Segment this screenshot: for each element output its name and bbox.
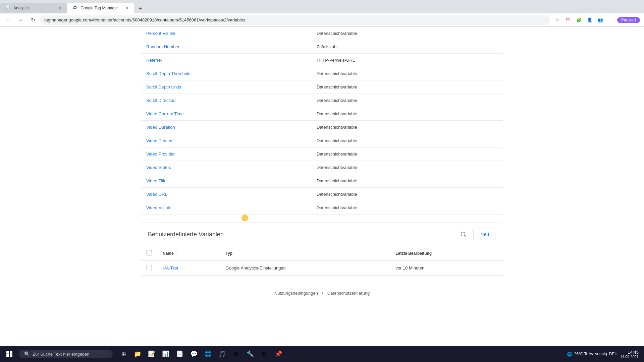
- var-empty: [470, 94, 503, 107]
- profile-icon-2[interactable]: 👥: [596, 15, 605, 25]
- address-text: tagmanager.google.com/#container/account…: [44, 17, 546, 22]
- var-empty: [470, 40, 503, 54]
- new-variable-button[interactable]: Neu: [473, 229, 496, 240]
- table-row: Scroll Depth Units Datenschichtvariable: [141, 80, 503, 94]
- var-empty: [470, 27, 503, 40]
- tab-gtm[interactable]: 🏷 Google Tag Manager ✕: [67, 3, 134, 13]
- table-row: Percent Visible Datenschichtvariable: [141, 27, 503, 40]
- taskbar-app-spotify[interactable]: 🎵: [215, 347, 229, 361]
- var-empty: [470, 54, 503, 67]
- taskbar-app-misc3[interactable]: 📌: [272, 347, 285, 361]
- profile-icon-1[interactable]: 👤: [585, 15, 594, 25]
- analytics-favicon: 📊: [5, 5, 11, 11]
- type-column-header: Typ: [220, 246, 390, 261]
- var-empty: [470, 161, 503, 174]
- var-name-link[interactable]: Random Number: [146, 44, 179, 49]
- svg-line-1: [465, 235, 466, 236]
- var-name-link[interactable]: Video Duration: [146, 125, 175, 130]
- var-type: HTTP-Verweis-URL: [311, 54, 470, 67]
- var-type: Datenschichtvariable: [311, 67, 470, 80]
- network-icon: 🌐: [567, 352, 572, 357]
- start-button[interactable]: [3, 347, 16, 361]
- var-name-link[interactable]: Video Visible: [146, 205, 171, 210]
- table-row: Video Percent Datenschichtvariable: [141, 134, 503, 147]
- taskbar-app-excel[interactable]: 📊: [159, 347, 172, 361]
- new-tab-button[interactable]: +: [136, 4, 145, 13]
- row-checkbox[interactable]: [147, 265, 152, 270]
- taskbar-date: 14.09.2021: [620, 355, 639, 359]
- forward-button[interactable]: →: [16, 15, 25, 25]
- taskbar-clock[interactable]: 14:45 14.09.2021: [620, 350, 639, 359]
- taskbar-app-misc2[interactable]: 🛠: [258, 347, 271, 361]
- var-name-link[interactable]: Percent Visible: [146, 31, 175, 36]
- var-type: Zufallszahl: [311, 40, 470, 54]
- var-type: Datenschichtvariable: [311, 121, 470, 134]
- table-row: Video Duration Datenschichtvariable: [141, 121, 503, 134]
- table-row: Video URL Datenschichtvariable: [141, 188, 503, 201]
- taskbar-app-word[interactable]: 📝: [145, 347, 158, 361]
- svg-point-0: [461, 232, 465, 236]
- name-column-header[interactable]: Name ↑: [157, 246, 220, 261]
- var-empty: [470, 201, 503, 215]
- weather-text: 26°C Teilw. sonnig: [574, 352, 607, 356]
- address-bar[interactable]: tagmanager.google.com/#container/account…: [40, 15, 550, 25]
- tab-gtm-close[interactable]: ✕: [125, 5, 129, 11]
- tab-gtm-title: Google Tag Manager: [80, 6, 122, 10]
- svg-rect-2: [6, 351, 9, 354]
- menu-icon[interactable]: ⋮: [606, 15, 616, 25]
- taskbar-search-icon: 🔍: [24, 351, 30, 357]
- svg-rect-4: [6, 354, 9, 357]
- shield-icon[interactable]: 🛡: [564, 15, 573, 25]
- taskbar-app-ppt[interactable]: 📑: [173, 347, 186, 361]
- privacy-link[interactable]: Datenschutzerklärung: [327, 291, 370, 296]
- table-row: Video Title Datenschichtvariable: [141, 174, 503, 188]
- custom-variables-section: Benutzerdefinierte Variablen Neu: [141, 223, 503, 276]
- var-empty: [470, 67, 503, 80]
- svg-rect-5: [10, 354, 12, 357]
- var-name-link[interactable]: Scroll Depth Units: [146, 84, 181, 89]
- var-type: Datenschichtvariable: [311, 27, 470, 40]
- table-row: UA-Test Google Analytics-Einstellungen v…: [141, 261, 503, 276]
- var-type: Datenschichtvariable: [311, 174, 470, 188]
- table-row: Scroll Depth Threshold Datenschichtvaria…: [141, 67, 503, 80]
- back-button[interactable]: ←: [4, 15, 13, 25]
- reload-button[interactable]: ↻: [28, 15, 38, 25]
- taskbar-app-settings[interactable]: ⚙: [229, 347, 243, 361]
- custom-section-title: Benutzerdefinierte Variablen: [148, 231, 457, 238]
- table-row: Random Number Zufallszahl: [141, 40, 503, 54]
- var-name-link[interactable]: Video Title: [146, 178, 166, 183]
- taskbar-app-explorer[interactable]: 📁: [131, 347, 144, 361]
- taskbar-app-chrome[interactable]: 🌐: [201, 347, 215, 361]
- var-empty: [470, 121, 503, 134]
- custom-search-button[interactable]: [457, 228, 469, 240]
- var-empty: [470, 80, 503, 94]
- table-row: Video Provider Datenschichtvariable: [141, 147, 503, 161]
- taskbar-search[interactable]: 🔍 Zur Suche Text hier eingeben: [19, 350, 113, 358]
- language-indicator: DEU: [609, 352, 618, 356]
- custom-var-name-link[interactable]: UA-Test: [163, 265, 178, 270]
- var-empty: [470, 134, 503, 147]
- bookmark-star-icon[interactable]: ☆: [553, 15, 562, 25]
- taskbar-app-teams[interactable]: 💬: [187, 347, 201, 361]
- extension-icon[interactable]: 🧩: [574, 15, 584, 25]
- var-type: Datenschichtvariable: [311, 107, 470, 121]
- var-name-link[interactable]: Scroll Direction: [146, 98, 175, 103]
- terms-link[interactable]: Nutzungsbedingungen: [274, 291, 318, 296]
- var-name-link[interactable]: Video Current Time: [146, 111, 184, 116]
- var-empty: [470, 174, 503, 188]
- svg-rect-3: [10, 351, 12, 354]
- var-name-link[interactable]: Video Percent: [146, 138, 173, 143]
- table-row: Video Current Time Datenschichtvariable: [141, 107, 503, 121]
- var-name-link[interactable]: Scroll Depth Threshold: [146, 71, 191, 76]
- select-all-checkbox[interactable]: [147, 250, 152, 255]
- var-name-link[interactable]: Video Provider: [146, 152, 175, 157]
- var-name-link[interactable]: Video URL: [146, 192, 167, 197]
- taskbar-app-misc1[interactable]: 🔧: [244, 347, 257, 361]
- tab-analytics[interactable]: 📊 Analytics ✕: [0, 3, 67, 13]
- tab-analytics-close[interactable]: ✕: [58, 5, 62, 11]
- var-name-link[interactable]: Referrer: [146, 58, 162, 63]
- footer-separator: •: [322, 291, 324, 296]
- taskbar-app-taskview[interactable]: ⊞: [117, 347, 130, 361]
- var-name-link[interactable]: Video Status: [146, 165, 171, 170]
- profile-button[interactable]: Pausiert: [617, 17, 640, 23]
